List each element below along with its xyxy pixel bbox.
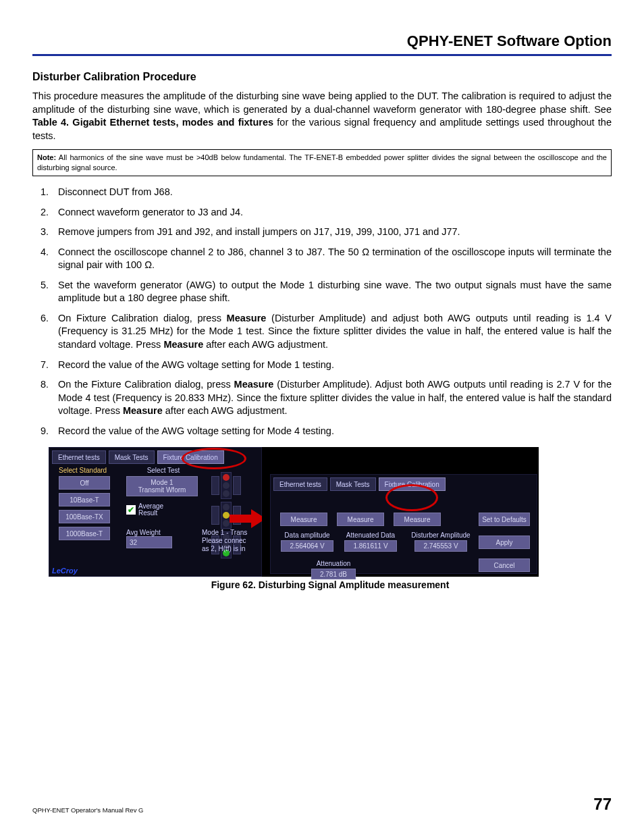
intro-table-ref: Table 4. Gigabit Ethernet tests, modes a… — [32, 117, 273, 128]
intro-part-a: This procedure measures the amplitude of… — [32, 90, 612, 115]
note-box: Note: All harmonics of the sine wave mus… — [32, 149, 612, 176]
cancel-button[interactable]: Cancel — [479, 558, 530, 572]
standard-buttons: Off 10Base-T 100Base-TX 1000Base-T — [59, 476, 110, 540]
disturber-amplitude-value[interactable]: 2.745553 V — [414, 540, 467, 552]
step-6d: Measure — [163, 339, 203, 350]
attenuation-group: Attenuation 2.781 dB — [311, 560, 356, 579]
screenshot: Ethernet tests Mask Tests Fixture Calibr… — [49, 447, 539, 577]
step-6: On Fixture Calibration dialog, press Mea… — [51, 312, 612, 352]
step-6a: On Fixture Calibration dialog, press — [58, 313, 227, 323]
figure-wrap: Ethernet tests Mask Tests Fixture Calibr… — [49, 447, 612, 590]
avg-weight-value[interactable]: 32 — [126, 536, 172, 548]
step-8a: On the Fixture Calibration dialog, press — [58, 379, 234, 390]
connector-icon — [211, 476, 219, 495]
right-sub-panel: Ethernet tests Mask Tests Fixture Calibr… — [270, 474, 537, 574]
average-result-label: Average Result — [138, 503, 163, 517]
standard-off-button[interactable]: Off — [59, 476, 110, 490]
tab-mask-tests-r[interactable]: Mask Tests — [330, 477, 376, 491]
step-6b: Measure — [227, 313, 267, 323]
step-8d: Measure — [123, 405, 163, 416]
apply-button[interactable]: Apply — [479, 536, 530, 549]
step-8: On the Fixture Calibration dialog, press… — [51, 378, 612, 418]
left-panel: Ethernet tests Mask Tests Fixture Calibr… — [49, 447, 262, 577]
footer-manual: QPHY-ENET Operator's Manual Rev G — [32, 806, 143, 814]
mode-hint-text: Mode 1 - Trans Please connec as 2, H(tf)… — [202, 529, 263, 553]
data-amplitude-col: Data amplitude 2.564064 V — [280, 531, 334, 552]
step-9: Record the value of the AWG voltage sett… — [51, 425, 612, 438]
tab-ethernet-tests-r[interactable]: Ethernet tests — [273, 477, 327, 491]
figure-caption: Figure 62. Disturbing Signal Amplitude m… — [49, 579, 612, 590]
footer-page-number: 77 — [593, 795, 612, 814]
step-4: Connect the oscilloscope channel 2 to J8… — [51, 246, 612, 272]
step-7: Record the value of the AWG voltage sett… — [51, 359, 612, 372]
measure-buttons-row: Measure Measure Measure — [280, 513, 449, 526]
intro-paragraph: This procedure measures the amplitude of… — [32, 90, 612, 142]
highlight-circle-right — [385, 484, 438, 511]
avg-weight-group: Avg Weight 32 — [126, 529, 172, 548]
traffic-light-icon — [221, 472, 232, 499]
data-amplitude-label: Data amplitude — [280, 531, 334, 539]
attenuation-value[interactable]: 2.781 dB — [311, 569, 356, 579]
disturber-amplitude-col: Disturber Amplitude 2.745553 V — [407, 531, 475, 552]
measure-button-1[interactable]: Measure — [280, 513, 327, 526]
tab-mask-tests[interactable]: Mask Tests — [109, 450, 155, 464]
connector-icon — [211, 506, 219, 525]
tab-ethernet-tests[interactable]: Ethernet tests — [52, 450, 106, 464]
select-test-label: Select Test — [126, 467, 200, 474]
step-8b: Measure — [234, 379, 274, 390]
select-test-column: Select Test Mode 1 Transmit Wform — [126, 467, 200, 496]
set-to-defaults-button[interactable]: Set to Defaults — [479, 513, 530, 526]
standard-1000base-t-button[interactable]: 1000Base-T — [59, 527, 110, 540]
step-8e: after each AWG adjustment. — [163, 405, 288, 416]
header-rule — [32, 54, 612, 56]
step-5: Set the waveform generator (AWG) to outp… — [51, 279, 612, 305]
data-amplitude-value[interactable]: 2.564064 V — [281, 540, 333, 552]
step-6e: after each AWG adjustment. — [203, 339, 328, 350]
avg-weight-label: Avg Weight — [126, 529, 172, 536]
average-result-checkbox[interactable]: ✔ — [126, 505, 136, 515]
attenuated-data-value[interactable]: 1.861611 V — [344, 540, 397, 552]
right-panel: Ethernet tests Mask Tests Fixture Calibr… — [262, 447, 539, 577]
value-group: Data amplitude 2.564064 V Attenuated Dat… — [280, 531, 475, 552]
connector-icon — [233, 476, 241, 495]
running-header: QPHY-ENET Software Option — [32, 32, 612, 54]
traffic-row-1 — [211, 472, 253, 499]
page-footer: QPHY-ENET Operator's Manual Rev G 77 — [32, 795, 612, 814]
average-result-row: ✔ Average Result — [126, 503, 163, 517]
measure-button-2[interactable]: Measure — [337, 513, 384, 526]
note-label: Note: — [37, 153, 56, 161]
step-3: Remove jumpers from J91 and J92, and ins… — [51, 226, 612, 239]
step-2: Connect waveform generator to J3 and J4. — [51, 206, 612, 219]
step-1: Disconnect DUT from J68. — [51, 186, 612, 199]
note-text: All harmonics of the sine wave must be >… — [37, 153, 607, 172]
brand-label: LeCroy — [52, 567, 78, 575]
attenuation-label: Attenuation — [311, 560, 356, 567]
select-standard-label: Select Standard — [59, 467, 107, 474]
attenuated-data-label: Attenuated Data — [344, 531, 398, 539]
standard-10base-t-button[interactable]: 10Base-T — [59, 493, 110, 506]
procedure-steps: Disconnect DUT from J68. Connect wavefor… — [32, 186, 612, 438]
measure-button-3[interactable]: Measure — [394, 513, 441, 526]
side-buttons: Set to Defaults Apply Cancel — [479, 513, 530, 572]
section-title: Disturber Calibration Procedure — [32, 71, 612, 83]
standard-100base-tx-button[interactable]: 100Base-TX — [59, 510, 110, 523]
attenuated-data-col: Attenuated Data 1.861611 V — [344, 531, 398, 552]
disturber-amplitude-label: Disturber Amplitude — [407, 531, 475, 539]
mode1-transmit-button[interactable]: Mode 1 Transmit Wform — [126, 476, 198, 496]
